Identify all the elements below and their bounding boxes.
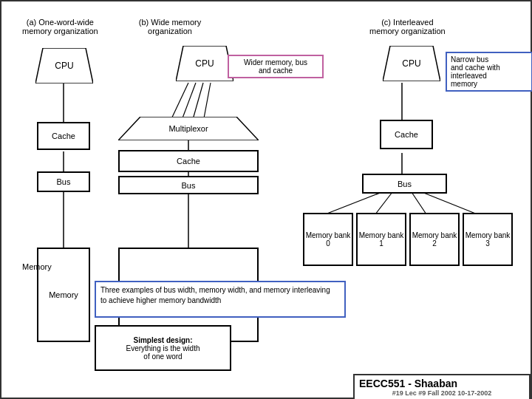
three-examples-box: Three examples of bus width, memory widt… <box>95 281 346 318</box>
memory-bank-2: Memory bank 2 <box>409 213 460 266</box>
svg-line-15 <box>422 192 477 214</box>
section-a-label: (a) One-word-wide memory organization <box>22 18 98 35</box>
section-b-label: (b) Wide memory organization <box>122 18 218 35</box>
multiplexor-b: Multiplexor <box>118 117 259 142</box>
main-container: (a) One-word-wide memory organization CP… <box>0 0 532 399</box>
section-c-label: (c) Interleaved memory organization <box>369 18 446 35</box>
diagram-area: (a) One-word-wide memory organization CP… <box>7 7 525 392</box>
wider-memory-annotation: Wider memory, bus and cache <box>228 55 324 78</box>
simplest-design-box: Simplest design: Everything is the width… <box>95 325 231 371</box>
svg-line-12 <box>325 192 382 214</box>
cpu-c: CPU <box>383 46 440 81</box>
memory-bank-3: Memory bank 3 <box>463 213 513 266</box>
bus-b: Bus <box>118 176 259 194</box>
svg-text:CPU: CPU <box>55 61 73 71</box>
memory-bank-1: Memory bank 1 <box>356 213 406 266</box>
three-examples-text: Three examples of bus width, memory widt… <box>100 285 340 306</box>
svg-text:CPU: CPU <box>402 58 420 69</box>
svg-text:CPU: CPU <box>195 58 214 69</box>
cache-c: Cache <box>380 120 433 149</box>
memory-bank-0: Memory bank 0 <box>303 213 353 266</box>
bus-c: Bus <box>362 174 447 194</box>
cache-b: Cache <box>118 150 259 172</box>
memory-side-label: Memory <box>22 262 52 271</box>
svg-line-13 <box>375 192 392 214</box>
bus-a: Bus <box>37 171 90 192</box>
svg-text:Multiplexor: Multiplexor <box>168 124 208 133</box>
cache-a: Cache <box>37 122 90 150</box>
cpu-b: CPU <box>176 46 233 81</box>
footer-box: EECC551 - Shaaban #19 Lec #9 Fall 2002 1… <box>353 374 531 399</box>
simplest-design-text: Simplest design: Everything is the width… <box>126 336 200 361</box>
svg-line-14 <box>412 192 426 214</box>
narrow-bus-annotation: Narrow bus and cache with interleaved me… <box>446 52 532 92</box>
cpu-a: CPU <box>35 48 93 83</box>
